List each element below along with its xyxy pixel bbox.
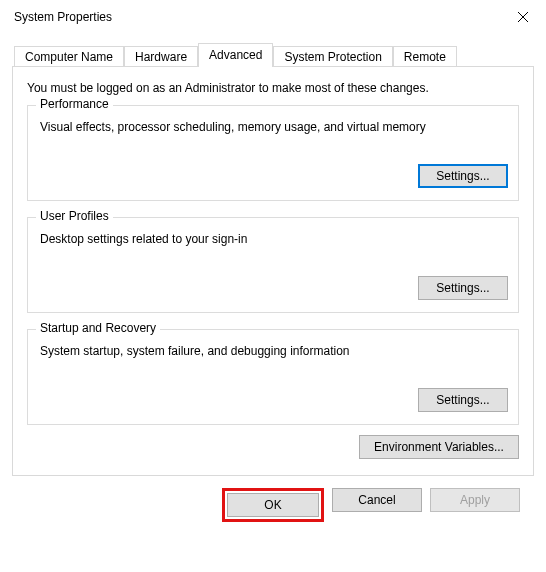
startup-recovery-settings-button[interactable]: Settings... <box>418 388 508 412</box>
tab-panel-advanced: You must be logged on as an Administrato… <box>12 66 534 476</box>
group-startup-recovery: Startup and Recovery System startup, sys… <box>27 329 519 425</box>
tab-computer-name[interactable]: Computer Name <box>14 46 124 68</box>
group-startup-recovery-desc: System startup, system failure, and debu… <box>40 344 508 358</box>
group-user-profiles-legend: User Profiles <box>36 209 113 223</box>
ok-highlight: OK <box>222 488 324 522</box>
apply-button[interactable]: Apply <box>430 488 520 512</box>
group-performance: Performance Visual effects, processor sc… <box>27 105 519 201</box>
tab-system-protection[interactable]: System Protection <box>273 46 392 68</box>
cancel-button[interactable]: Cancel <box>332 488 422 512</box>
tab-remote[interactable]: Remote <box>393 46 457 68</box>
group-user-profiles: User Profiles Desktop settings related t… <box>27 217 519 313</box>
tab-hardware[interactable]: Hardware <box>124 46 198 68</box>
ok-button[interactable]: OK <box>227 493 319 517</box>
user-profiles-settings-button[interactable]: Settings... <box>418 276 508 300</box>
group-user-profiles-desc: Desktop settings related to your sign-in <box>40 232 508 246</box>
close-button[interactable] <box>500 0 546 34</box>
titlebar: System Properties <box>0 0 546 34</box>
admin-note: You must be logged on as an Administrato… <box>27 81 519 95</box>
performance-settings-button[interactable]: Settings... <box>418 164 508 188</box>
window-title: System Properties <box>14 10 112 24</box>
tab-advanced[interactable]: Advanced <box>198 43 273 67</box>
tabstrip: Computer Name Hardware Advanced System P… <box>14 42 534 66</box>
group-performance-desc: Visual effects, processor scheduling, me… <box>40 120 508 134</box>
dialog-footer: OK Cancel Apply <box>12 476 534 522</box>
group-performance-legend: Performance <box>36 97 113 111</box>
dialog-content: Computer Name Hardware Advanced System P… <box>0 34 546 522</box>
environment-variables-button[interactable]: Environment Variables... <box>359 435 519 459</box>
close-icon <box>517 11 529 23</box>
group-startup-recovery-legend: Startup and Recovery <box>36 321 160 335</box>
